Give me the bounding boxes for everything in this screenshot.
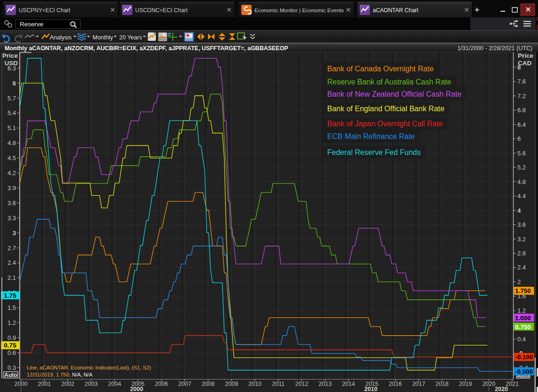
svg-text:1.2: 1.2: [8, 319, 16, 326]
svg-text:0.3: 0.3: [8, 364, 16, 371]
svg-text:2.7: 2.7: [8, 245, 16, 252]
svg-text:0.9: 0.9: [8, 334, 16, 341]
svg-text:2.8: 2.8: [517, 250, 526, 257]
svg-text:3.3: 3.3: [8, 215, 16, 222]
svg-text:Bank of Canada Overnight Rate: Bank of Canada Overnight Rate: [327, 65, 434, 73]
svg-text:0.75: 0.75: [4, 342, 16, 349]
svg-text:2008: 2008: [201, 381, 215, 387]
svg-text:4.8: 4.8: [517, 178, 526, 185]
svg-text:Price: Price: [2, 52, 18, 59]
svg-text:2017: 2017: [412, 381, 425, 387]
svg-text:5.2: 5.2: [517, 164, 526, 171]
svg-text:7.6: 7.6: [517, 78, 526, 85]
svg-text:5.6: 5.6: [517, 150, 526, 157]
svg-text:ECB Main Refinance Rate: ECB Main Refinance Rate: [327, 132, 415, 140]
svg-text:2020: 2020: [482, 381, 495, 387]
svg-text:3.6: 3.6: [517, 221, 526, 228]
svg-text:2000: 2000: [130, 386, 143, 392]
svg-text:5.7: 5.7: [8, 95, 16, 102]
svg-text:6: 6: [517, 135, 521, 142]
svg-text:1.000: 1.000: [515, 315, 531, 322]
svg-text:Auto: Auto: [4, 372, 17, 378]
svg-text:2003: 2003: [85, 381, 98, 387]
svg-text:2010: 2010: [364, 386, 377, 392]
svg-text:2000: 2000: [15, 381, 28, 387]
svg-text:CAD: CAD: [518, 60, 531, 67]
svg-text:Price: Price: [518, 52, 534, 59]
svg-text:3.9: 3.9: [8, 184, 16, 192]
svg-text:Federal Reserve Fed Funds: Federal Reserve Fed Funds: [327, 148, 421, 156]
svg-text:2001: 2001: [38, 381, 51, 387]
svg-text:Line, aCAONTAR, Economic Indic: Line, aCAONTAR, Economic Indicator(Last)…: [27, 365, 151, 370]
svg-text:1.2: 1.2: [517, 307, 526, 314]
svg-text:1.5: 1.5: [8, 304, 16, 311]
svg-text:2013: 2013: [319, 381, 332, 387]
svg-text:Bank of New Zealand Official C: Bank of New Zealand Official Cash Rate: [327, 90, 461, 98]
svg-text:2010: 2010: [248, 381, 261, 387]
svg-text:2016: 2016: [389, 381, 402, 387]
svg-text:2.4: 2.4: [8, 259, 16, 266]
svg-text:4.4: 4.4: [517, 192, 526, 200]
svg-text:2007: 2007: [178, 381, 192, 387]
svg-text:USD: USD: [4, 60, 18, 67]
svg-text:1.750: 1.750: [515, 287, 531, 294]
svg-text:4.2: 4.2: [8, 169, 16, 177]
svg-text:0.750: 0.750: [515, 323, 531, 331]
svg-text:-0.100: -0.100: [515, 354, 533, 361]
svg-text:2018: 2018: [436, 381, 449, 387]
svg-text:2012: 2012: [295, 381, 308, 387]
svg-text:2006: 2006: [155, 381, 168, 387]
svg-text:3.6: 3.6: [8, 200, 16, 207]
svg-text:5.1: 5.1: [8, 124, 16, 131]
svg-text:7.2: 7.2: [517, 92, 526, 100]
svg-text:2002: 2002: [61, 381, 74, 387]
svg-text:3.2: 3.2: [517, 236, 526, 243]
svg-text:0.6: 0.6: [8, 349, 16, 356]
svg-text:4.8: 4.8: [8, 139, 16, 146]
svg-text:0.4: 0.4: [517, 336, 526, 343]
svg-text:6.4: 6.4: [517, 121, 526, 128]
svg-text:2019: 2019: [459, 381, 472, 387]
svg-text:2020: 2020: [495, 386, 508, 392]
svg-text:2014: 2014: [342, 381, 355, 387]
svg-text:2.4: 2.4: [517, 264, 526, 271]
svg-text:2004: 2004: [108, 381, 121, 387]
svg-text:12/31/2019, 1.750, N/A, N/A: 12/31/2019, 1.750, N/A, N/A: [27, 372, 92, 377]
svg-text:1.75: 1.75: [4, 292, 16, 299]
svg-text:4.5: 4.5: [8, 154, 16, 161]
svg-text:3: 3: [13, 230, 16, 237]
svg-text:Bank of England Official Bank: Bank of England Official Bank Rate: [327, 105, 445, 113]
svg-text:2.1: 2.1: [8, 274, 16, 281]
svg-text:2: 2: [517, 278, 521, 285]
svg-text:5.4: 5.4: [8, 109, 16, 116]
svg-text:4: 4: [517, 207, 521, 214]
svg-text:-0.500: -0.500: [515, 368, 533, 375]
svg-text:6.8: 6.8: [517, 107, 526, 114]
svg-text:Reserve Bank of Australia Cash: Reserve Bank of Australia Cash Rate: [327, 78, 451, 86]
svg-text:2011: 2011: [272, 381, 284, 387]
svg-text:6: 6: [13, 80, 16, 87]
svg-text:2009: 2009: [225, 381, 238, 387]
svg-text:Bank of Japan Overnight Call R: Bank of Japan Overnight Call Rate: [327, 120, 443, 128]
